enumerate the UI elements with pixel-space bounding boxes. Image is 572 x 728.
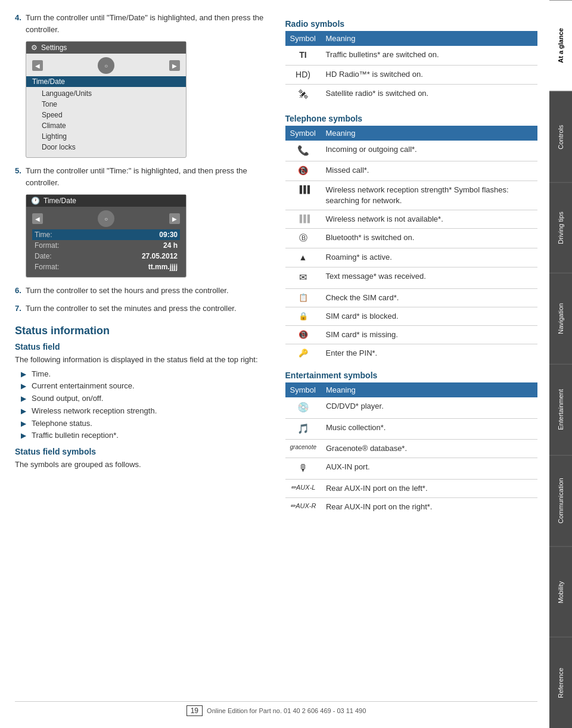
radio-symbols-table: Symbol Meaning TI Traffic bulletins* are… [285, 31, 538, 105]
settings-item-1: Language/Units [32, 88, 180, 99]
telephone-symbols-title: Telephone symbols [285, 114, 538, 123]
bullet-entertainment: ▶ Current entertainment source. [21, 380, 268, 393]
status-field-text: The following information is displayed i… [15, 354, 268, 366]
step-6: 6. Turn the controller to set the hours … [15, 285, 268, 297]
sidebar-item-controls[interactable]: Controls [549, 91, 572, 182]
td-row-date: Date: 27.05.2012 [32, 251, 180, 262]
tel-meaning-3: Wireless network reception strength* Sym… [321, 181, 538, 210]
step-4-num: 4. [15, 12, 26, 35]
sidebar-item-entertainment[interactable]: Entertainment [549, 364, 572, 455]
controller-knob-2[interactable]: ○ [98, 210, 114, 227]
tel-meaning-5: Bluetooth* is switched on. [321, 229, 538, 248]
bullet-time: ▶ Time. [21, 368, 268, 381]
sidebar-item-communication[interactable]: Communication [549, 455, 572, 546]
left-arrow-2[interactable]: ◀ [32, 213, 43, 224]
td-format2-value: tt.mm.jjjj [148, 263, 178, 271]
right-arrow[interactable]: ▶ [169, 60, 180, 71]
sidebar-item-driving-tips[interactable]: Driving tips [549, 182, 572, 273]
td-format1-value: 24 h [163, 241, 178, 250]
left-arrow[interactable]: ◀ [32, 60, 43, 71]
settings-item-2: Tone [32, 99, 180, 110]
settings-item-3: Speed [32, 110, 180, 120]
status-field-symbols-text: The symbols are grouped as follows. [15, 459, 268, 471]
gear-icon: ⚙ [31, 43, 38, 52]
sidebar-item-at-a-glance[interactable]: At a glance [549, 0, 572, 91]
sidebar-item-mobility[interactable]: Mobility [549, 546, 572, 637]
left-column: 4. Turn the controller until "Time/Date"… [15, 12, 268, 524]
td-format2-label: Format: [35, 263, 59, 271]
time-date-title-text: Time/Date [43, 197, 76, 205]
td-row-format2: Format: tt.mm.jjjj [32, 262, 180, 272]
td-time-value: 09:30 [159, 231, 178, 239]
radio-col-meaning: Meaning [321, 31, 538, 46]
radio-symbols-title: Radio symbols [285, 19, 538, 29]
ent-meaning-1: CD/DVD* player. [321, 397, 537, 418]
settings-item-5: Lighting [32, 131, 180, 142]
tel-meaning-11: Enter the PIN*. [321, 344, 538, 363]
right-arrow-2[interactable]: ▶ [169, 213, 180, 224]
tel-meaning-6: Roaming* is active. [321, 248, 538, 267]
radio-symbol-1: TI [285, 46, 321, 65]
sidebar-item-reference[interactable]: Reference [549, 637, 572, 728]
telephone-symbols-table: Symbol Meaning 📞 Incoming or outgoing ca… [285, 126, 538, 363]
ent-col-symbol: Symbol [285, 382, 321, 397]
bullet-arrow-6: ▶ [21, 431, 28, 441]
table-row: 🔑 Enter the PIN*. [285, 344, 538, 363]
step-4: 4. Turn the controller until "Time/Date"… [15, 12, 268, 35]
tel-symbol-11: 🔑 [285, 344, 321, 363]
table-row: ▐▐▐ Wireless network is not available*. [285, 210, 538, 228]
table-row: 📞 Incoming or outgoing call*. [285, 141, 538, 161]
status-bullet-list: ▶ Time. ▶ Current entertainment source. … [21, 368, 268, 443]
radio-symbol-2: HD) [285, 65, 321, 85]
step-4-text: Turn the controller until "Time/Date" is… [26, 12, 268, 35]
settings-box: ⚙ Settings ◀ ○ ▶ Time/Date Language/Unit… [26, 41, 186, 158]
sidebar-item-navigation[interactable]: Navigation [549, 273, 572, 364]
status-information-heading: Status information [15, 325, 268, 337]
ent-symbol-2: 🎵 [285, 418, 321, 439]
table-row: HD) HD Radio™* is switched on. [285, 65, 538, 85]
bullet-sound: ▶ Sound output, on/off. [21, 393, 268, 405]
bullet-text-1: Time. [32, 368, 51, 381]
radio-meaning-1: Traffic bulletins* are switched on. [321, 46, 538, 65]
tel-symbol-2: 📵 [285, 161, 321, 181]
ent-symbol-3: gracenote [285, 440, 321, 458]
radio-meaning-2: HD Radio™* is switched on. [321, 65, 538, 85]
settings-title-text: Settings [41, 43, 67, 52]
table-row: gracenote Gracenote® database*. [285, 440, 538, 458]
td-date-value: 27.05.2012 [142, 252, 178, 260]
table-row: ▐▐▐ Wireless network reception strength*… [285, 181, 538, 210]
tel-symbol-6: ▲ [285, 248, 321, 267]
nav-arrows-2: ◀ ○ ▶ [32, 210, 180, 227]
bullet-arrow-2: ▶ [21, 381, 28, 392]
bullet-arrow-3: ▶ [21, 394, 28, 405]
radio-symbol-3: 🛰 [285, 85, 321, 105]
controller-knob-1[interactable]: ○ [98, 57, 114, 74]
table-row: ✏AUX-R Rear AUX-IN port on the right*. [285, 498, 538, 517]
tel-symbol-1: 📞 [285, 141, 321, 161]
status-field-heading: Status field [15, 342, 268, 351]
table-row: ✉ Text message* was received. [285, 267, 538, 288]
bullet-text-3: Sound output, on/off. [32, 393, 103, 405]
ent-meaning-4: AUX-IN port. [321, 458, 537, 479]
table-row: 🛰 Satellite radio* is switched on. [285, 85, 538, 105]
bullet-text-4: Wireless network reception strength. [32, 405, 157, 418]
tel-symbol-9: 🔒 [285, 307, 321, 325]
page-number: 19 [186, 705, 203, 716]
table-row: 📵 Missed call*. [285, 161, 538, 181]
step-7-text: Turn the controller to set the minutes a… [26, 303, 268, 315]
step-6-num: 6. [15, 285, 26, 297]
step-7-num: 7. [15, 303, 26, 315]
table-row: 💿 CD/DVD* player. [285, 397, 538, 418]
td-format1-label: Format: [35, 241, 59, 250]
td-row-format1: Format: 24 h [32, 240, 180, 251]
footer: 19 Online Edition for Part no. 01 40 2 6… [15, 701, 537, 716]
step-5-text: Turn the controller until "Time:" is hig… [26, 165, 268, 188]
ent-symbol-1: 💿 [285, 397, 321, 418]
time-date-box: 🕐 Time/Date ◀ ○ ▶ Time: 09:30 Format: 24… [26, 194, 186, 278]
table-row: ✏AUX-L Rear AUX-IN port on the left*. [285, 479, 538, 497]
bullet-text-5: Telephone status. [32, 418, 92, 430]
bullet-arrow-4: ▶ [21, 406, 28, 417]
table-row: 📋 Check the SIM card*. [285, 288, 538, 307]
bullet-text-2: Current entertainment source. [32, 380, 135, 393]
settings-title: ⚙ Settings [26, 42, 186, 54]
